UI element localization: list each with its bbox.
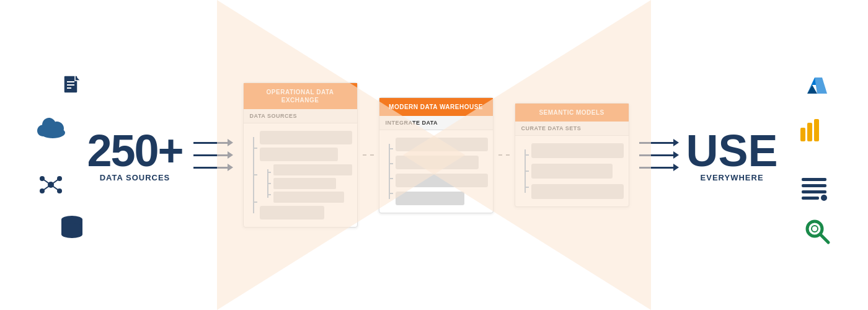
use-main: USE xyxy=(686,128,778,173)
panel-3-tree xyxy=(520,141,624,202)
r-arrow-1 xyxy=(639,139,679,146)
svg-rect-21 xyxy=(800,128,805,141)
sub-group xyxy=(264,164,352,203)
svg-line-11 xyxy=(42,179,51,185)
panel-semantic: SEMANTIC MODELS CURATE DATA SETS xyxy=(515,103,629,207)
tree-lines-2 xyxy=(384,138,393,205)
search-icon xyxy=(804,218,831,245)
bar xyxy=(273,192,344,203)
source-subtitle: DATA SOURCES xyxy=(100,173,170,182)
svg-point-31 xyxy=(812,226,818,232)
svg-rect-22 xyxy=(807,123,812,141)
bar xyxy=(273,164,352,175)
panel-2-subheader: INTEGRATE DATA xyxy=(379,116,493,130)
azure-icon xyxy=(804,71,831,99)
panel-2-header: MODERN DATA WAREHOUSE xyxy=(379,98,493,116)
panel-1-subheader: DATA SOURCES xyxy=(244,109,357,123)
left-icons-column xyxy=(37,62,87,248)
panel-3-body xyxy=(515,136,629,206)
panel-connector-2 xyxy=(498,154,510,156)
bar xyxy=(396,138,488,151)
powerbi-icon xyxy=(798,118,822,145)
bar xyxy=(273,178,337,189)
arrow-1 xyxy=(193,139,233,146)
panel-connector-1 xyxy=(363,154,374,156)
bar xyxy=(260,206,324,219)
arrow-2 xyxy=(193,151,233,159)
data-sources-label: 250+ DATA SOURCES xyxy=(87,128,182,182)
panels-group: OPERATIONAL DATA EXCHANGE DATA SOURCES xyxy=(241,82,632,228)
main-layout: 250+ DATA SOURCES OPERATIONAL DATA EXCHA… xyxy=(0,0,868,310)
bar xyxy=(531,164,613,179)
arrow-3 xyxy=(193,164,233,171)
bar xyxy=(396,156,479,169)
panel-2-body xyxy=(379,130,493,213)
bar xyxy=(396,174,488,187)
panel-3-subheader: CURATE DATA SETS xyxy=(515,122,629,136)
panel-1-tree xyxy=(249,128,352,222)
database-icon xyxy=(60,215,84,242)
svg-line-12 xyxy=(51,179,60,185)
svg-line-14 xyxy=(51,185,60,191)
use-label: USE EVERYWHERE xyxy=(686,128,778,182)
bar xyxy=(260,131,352,144)
bar xyxy=(531,143,624,158)
svg-rect-24 xyxy=(802,178,826,181)
tableau-icon xyxy=(800,174,828,202)
panel-operational: OPERATIONAL DATA EXCHANGE DATA SOURCES xyxy=(243,82,358,228)
left-arrows xyxy=(193,139,233,171)
bar xyxy=(396,192,465,205)
r-arrow-3 xyxy=(639,164,679,171)
network-icon xyxy=(37,171,64,198)
svg-point-19 xyxy=(61,231,82,238)
panel-3-items xyxy=(531,143,624,199)
panel-2-items xyxy=(396,138,488,205)
right-icons-column xyxy=(781,62,831,248)
svg-rect-25 xyxy=(802,184,826,187)
svg-line-30 xyxy=(820,234,828,242)
svg-point-5 xyxy=(40,127,65,138)
panel-1-body xyxy=(244,123,357,227)
svg-point-28 xyxy=(821,195,827,201)
svg-rect-26 xyxy=(802,190,826,193)
svg-rect-23 xyxy=(814,119,819,141)
source-count: 250+ xyxy=(87,128,182,173)
bar xyxy=(260,148,339,161)
svg-line-13 xyxy=(42,185,51,191)
document-icon xyxy=(61,74,84,99)
use-subtitle: EVERYWHERE xyxy=(701,173,764,182)
panel-1-header: OPERATIONAL DATA EXCHANGE xyxy=(244,83,357,109)
svg-rect-27 xyxy=(802,197,819,200)
panel-warehouse: MODERN DATA WAREHOUSE INTEGRATE DATA xyxy=(379,97,494,213)
panel-3-header: SEMANTIC MODELS xyxy=(515,104,629,122)
sub-items xyxy=(273,164,352,203)
r-arrow-2 xyxy=(639,151,679,159)
tree-lines-3 xyxy=(520,143,529,199)
panel-1-items xyxy=(260,131,352,219)
tree-lines-1 xyxy=(249,131,257,219)
panel-2-tree xyxy=(384,135,488,208)
cloud-icon xyxy=(37,118,68,140)
bar xyxy=(531,184,624,199)
right-arrows xyxy=(639,139,679,171)
sub-tree xyxy=(264,164,271,203)
